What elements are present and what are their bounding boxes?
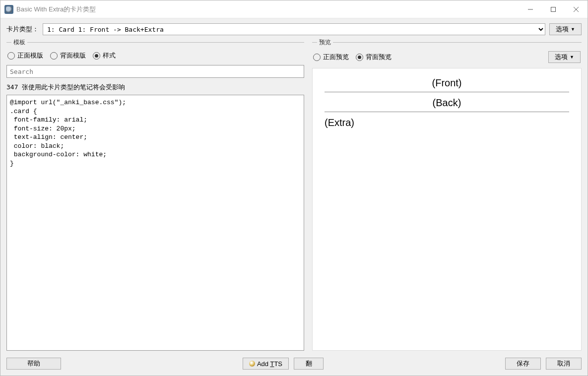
titlebar: Basic With Extra的卡片类型 [0,0,588,18]
svg-rect-1 [551,7,556,11]
template-panel: 模板 正面模版 背面模版 样式 347 张使用此卡片类型的笔记将会受影响 [6,39,304,351]
divider [325,112,569,112]
minimize-button[interactable] [519,0,542,18]
chevron-down-icon: ▼ [571,27,575,32]
template-radio-row: 正面模版 背面模版 样式 [6,44,304,65]
help-button[interactable]: 帮助 [6,358,61,370]
footer: 帮助 Add TTS 翻 保存 取消 [6,351,582,376]
radio-back-preview[interactable]: 背面预览 [356,53,392,62]
preview-back: (Back) [325,97,569,109]
search-input[interactable] [6,65,304,78]
flip-button[interactable]: 翻 [294,358,324,370]
app-icon [4,5,13,14]
radio-front-preview[interactable]: 正面预览 [313,53,349,62]
card-type-options-button[interactable]: 选项▼ [549,23,582,35]
add-tts-button[interactable]: Add TTS [243,358,289,370]
window-title: Basic With Extra的卡片类型 [16,5,96,14]
chevron-down-icon: ▼ [570,55,574,60]
template-legend: 模板 [11,38,27,47]
disc-icon [249,361,255,367]
radio-back-template[interactable]: 背面模版 [50,51,86,60]
card-type-label: 卡片类型： [6,25,39,34]
card-type-row: 卡片类型： 1: Card 1: Front -> Back+Extra 选项▼ [6,23,582,35]
radio-icon-selected [356,54,363,61]
maximize-button[interactable] [542,0,565,18]
preview-extra: (Extra) [325,117,569,128]
radio-style[interactable]: 样式 [93,51,116,60]
divider [325,92,569,92]
save-button[interactable]: 保存 [505,358,541,370]
preview-pane: (Front) (Back) (Extra) [312,68,582,351]
radio-icon [313,54,321,61]
preview-options-button[interactable]: 选项▼ [548,51,581,63]
styling-textarea[interactable] [6,95,304,351]
cancel-button[interactable]: 取消 [546,358,582,370]
radio-front-template[interactable]: 正面模版 [7,51,43,60]
preview-radio-row: 正面预览 背面预览 选项▼ [312,44,582,68]
close-button[interactable] [565,0,588,18]
radio-icon [7,52,15,60]
radio-icon-selected [93,52,100,60]
preview-legend: 预览 [317,38,333,47]
preview-front: (Front) [325,77,569,89]
preview-panel: 预览 正面预览 背面预览 选项▼ (Front) [312,39,582,351]
affected-notes-label: 347 张使用此卡片类型的笔记将会受影响 [6,78,304,95]
card-type-select[interactable]: 1: Card 1: Front -> Back+Extra [43,23,545,35]
radio-icon [50,52,58,60]
